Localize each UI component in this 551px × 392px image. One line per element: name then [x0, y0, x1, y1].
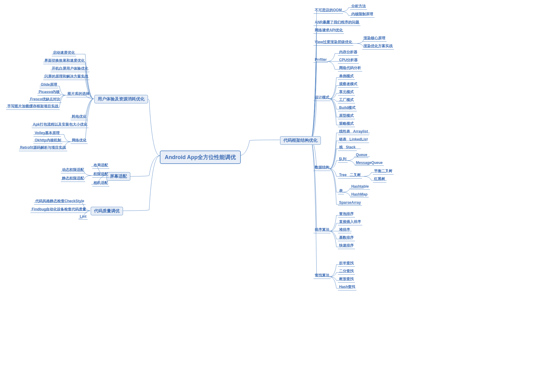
leaf-messagequeue[interactable]: MessageQueue — [355, 160, 384, 166]
leaf-flyweight[interactable]: 享元模式 — [338, 89, 355, 95]
branch-quality[interactable]: 代码质量调优 — [91, 207, 123, 215]
leaf-transition-speed[interactable]: 界面切换效果和速度优化 — [43, 58, 86, 64]
leaf-custom-imgloader[interactable]: 手写图片加载缓存框架项目实战 — [6, 103, 60, 110]
leaf-apk-size[interactable]: Apk打包流程以及安装包大小优化 — [32, 122, 89, 128]
leaf-strategy[interactable]: 策略模式 — [338, 121, 355, 127]
leaf-net-optim[interactable]: 网络优化 — [71, 137, 88, 144]
root-node[interactable]: Android App全方位性能调优 — [160, 151, 241, 164]
leaf-profiler[interactable]: Prrfiler — [314, 57, 328, 63]
leaf-queue-val[interactable]: Queue — [355, 152, 368, 158]
leaf-binsearch2[interactable]: 二分查找 — [338, 268, 355, 275]
leaf-tree-title: Tree — [339, 173, 347, 177]
leaf-bubble[interactable]: 冒泡排序 — [338, 211, 355, 217]
leaf-arraylist: Arraylist — [353, 129, 368, 134]
leaf-stack-title: 栈 — [339, 145, 343, 149]
leaf-retrofit[interactable]: Retrofit源码解析与项目实战 — [19, 145, 67, 151]
leaf-okhttp[interactable]: Okhttp内核机制 — [33, 137, 62, 144]
leaf-prototype[interactable]: 原型模式 — [338, 113, 355, 119]
leaf-hashtable[interactable]: Hashtable — [350, 184, 370, 189]
leaf-linear-title: 线性表 — [339, 129, 350, 134]
leaf-oom[interactable]: 不可思议的OOM — [314, 7, 343, 14]
leaf-imglib[interactable]: 图片库的选择 — [66, 91, 91, 97]
leaf-render-practice[interactable]: 渲染优化方案实战 — [362, 43, 394, 50]
leaf-picasso[interactable]: Picasso内核 — [37, 89, 61, 95]
leaf-avl[interactable]: 平衡二叉树 — [373, 168, 394, 175]
leaf-stack-val: Stack — [346, 145, 356, 149]
leaf-radix[interactable]: 基数排序 — [338, 235, 355, 241]
leaf-splash[interactable]: 闪屏的原理和解决方案实战 — [43, 74, 89, 80]
branch-framework[interactable]: 代码框架结构优化 — [280, 136, 321, 145]
leaf-whitescreen[interactable]: 开机白屏用户体验优化 — [51, 66, 89, 72]
leaf-stack[interactable]: 栈 Stack — [338, 144, 357, 151]
leaf-lint[interactable]: Lint — [79, 214, 88, 220]
leaf-linked-title: 链表 — [339, 137, 346, 141]
leaf-hashmap[interactable]: HashMap — [350, 192, 369, 197]
leaf-hashsearch[interactable]: Hash查找 — [338, 284, 356, 290]
leaf-search[interactable]: 查找算法 — [314, 272, 331, 279]
leaf-quick[interactable]: 快速排序 — [338, 243, 355, 249]
leaf-linkedlist: LinkedList — [349, 137, 368, 141]
leaf-startup-speed[interactable]: 启动速度优化 — [52, 50, 76, 56]
mindmap-canvas: Android App全方位性能调优 用户体验及资源消耗优化 启动速度优化 界面… — [0, 0, 551, 392]
leaf-glide[interactable]: Glide原理 — [40, 82, 58, 88]
leaf-treesearch[interactable]: 树形查找 — [338, 276, 355, 283]
leaf-sort[interactable]: 排序算法 — [314, 227, 331, 233]
leaf-perm-adapt[interactable]: 权限适配 — [92, 171, 109, 178]
leaf-sparsearray[interactable]: SparseArray — [338, 200, 362, 206]
branch-ux[interactable]: 用户体验及资源消耗优化 — [94, 95, 148, 103]
leaf-volley[interactable]: Volley基本原理 — [33, 130, 61, 137]
leaf-builder[interactable]: Build模式 — [338, 105, 357, 111]
branch-screen[interactable]: 屏幕适配 — [107, 172, 130, 181]
leaf-oom-kernel[interactable]: 内核限制原理 — [350, 11, 374, 18]
leaf-net-analyzer[interactable]: 网络代码分析 — [338, 65, 362, 71]
leaf-tree[interactable]: Tree 二叉树 — [338, 172, 362, 179]
leaf-factory[interactable]: 工厂模式 — [338, 97, 355, 103]
leaf-oom-method[interactable]: 分析方法 — [350, 3, 367, 10]
leaf-checkstyle[interactable]: 代码风格静态检查CheckStyle — [34, 198, 86, 205]
leaf-table[interactable]: 表 — [338, 188, 344, 194]
leaf-linear[interactable]: 线性表 Arraylist — [338, 129, 369, 135]
leaf-queue[interactable]: 队列 — [338, 156, 348, 163]
leaf-layout-adapt[interactable]: 布局适配 — [92, 162, 109, 169]
leaf-netapi[interactable]: 网络请求API优化 — [314, 27, 344, 34]
leaf-observer[interactable]: 观察者模式 — [338, 81, 359, 88]
leaf-linked[interactable]: 链表 LinkedList — [338, 137, 369, 143]
leaf-static-perm[interactable]: 静态权限适配 — [61, 175, 85, 182]
leaf-findbug[interactable]: Findbug自动化设备检查代码质量 — [30, 206, 87, 213]
leaf-rbtree[interactable]: 红黑树 — [373, 176, 386, 182]
leaf-cpu-analyzer[interactable]: CPU分析器 — [338, 57, 359, 64]
leaf-binarytree: 二叉树 — [350, 173, 361, 177]
leaf-ds[interactable]: 数据结构 — [314, 165, 331, 171]
leaf-binsearch1[interactable]: 折半查找 — [338, 260, 355, 267]
leaf-camera-adapt[interactable]: 相机适配 — [92, 180, 109, 186]
leaf-patterns[interactable]: 设计模式 — [314, 95, 331, 101]
leaf-singleton[interactable]: 单例模式 — [338, 73, 355, 80]
leaf-dynamic-perm[interactable]: 动态权限适配 — [61, 167, 85, 173]
leaf-insertion[interactable]: 直接插入排序 — [338, 219, 362, 225]
leaf-battery[interactable]: 耗电优化 — [71, 114, 88, 120]
leaf-mem-analyzer[interactable]: 内存分析器 — [338, 49, 359, 56]
leaf-render-core[interactable]: 渲染核心原理 — [362, 35, 387, 42]
leaf-anr[interactable]: ANR暴露了我们程序的问题 — [314, 19, 360, 26]
leaf-heap[interactable]: 堆排序 — [338, 227, 351, 233]
leaf-view-render[interactable]: View过度渲染层级优化 — [314, 39, 353, 46]
leaf-fresco[interactable]: Fresco优缺点对比 — [29, 96, 61, 103]
